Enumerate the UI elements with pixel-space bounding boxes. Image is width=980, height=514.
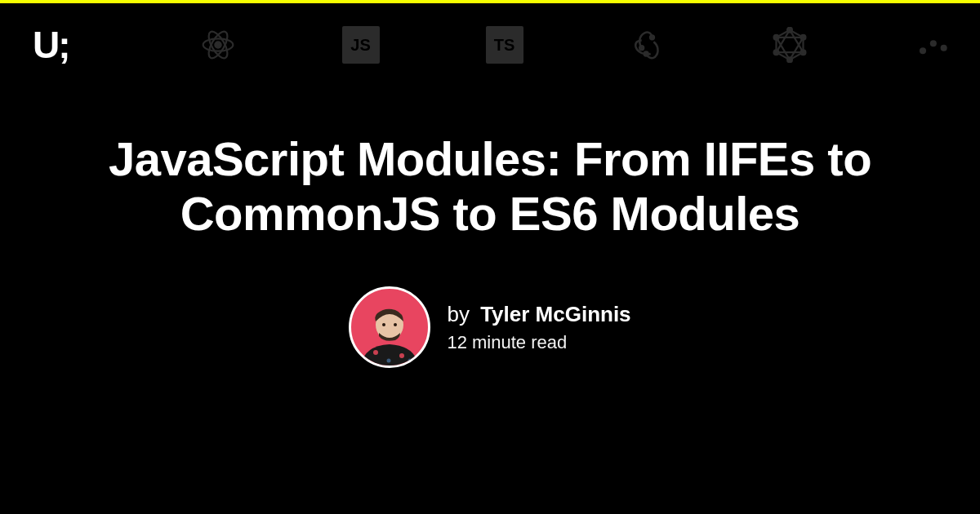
byline: by Tyler McGinnis: [447, 302, 630, 327]
read-time: 12 minute read: [447, 332, 630, 353]
svg-point-18: [394, 323, 397, 326]
svg-point-17: [382, 323, 385, 326]
javascript-icon[interactable]: JS: [342, 26, 380, 64]
author-avatar: [349, 286, 430, 368]
svg-point-15: [940, 45, 947, 51]
svg-point-20: [399, 353, 404, 358]
author-name: Tyler McGinnis: [480, 302, 630, 326]
svg-point-6: [644, 52, 648, 56]
svg-point-8: [800, 35, 805, 40]
svg-point-13: [920, 47, 926, 54]
accent-bar: [0, 0, 980, 3]
by-label: by: [447, 302, 469, 326]
svg-point-4: [639, 46, 644, 50]
article-hero: JavaScript Modules: From IIFEs to Common…: [0, 67, 980, 368]
svg-point-22: [408, 359, 412, 363]
typescript-icon[interactable]: TS: [486, 26, 523, 64]
site-header: U; JS TS: [0, 0, 980, 67]
graphql-icon[interactable]: [772, 27, 808, 63]
dots-icon[interactable]: [914, 27, 950, 63]
article-title: JavaScript Modules: From IIFEs to Common…: [82, 132, 898, 241]
svg-point-7: [787, 28, 792, 33]
svg-point-9: [800, 50, 805, 55]
svg-point-11: [773, 50, 778, 55]
brand-logo[interactable]: U;: [33, 23, 69, 67]
author-meta: by Tyler McGinnis 12 minute read: [447, 302, 630, 353]
svg-point-0: [215, 42, 220, 47]
svg-point-5: [650, 35, 654, 39]
redux-icon[interactable]: [630, 27, 666, 63]
react-icon[interactable]: [200, 27, 236, 63]
svg-point-14: [929, 40, 936, 47]
svg-point-19: [373, 350, 378, 355]
svg-point-12: [773, 35, 778, 40]
nav-icon-row: JS TS: [200, 26, 950, 64]
author-block: by Tyler McGinnis 12 minute read: [0, 286, 980, 368]
svg-point-21: [387, 359, 391, 363]
svg-point-10: [787, 57, 792, 62]
